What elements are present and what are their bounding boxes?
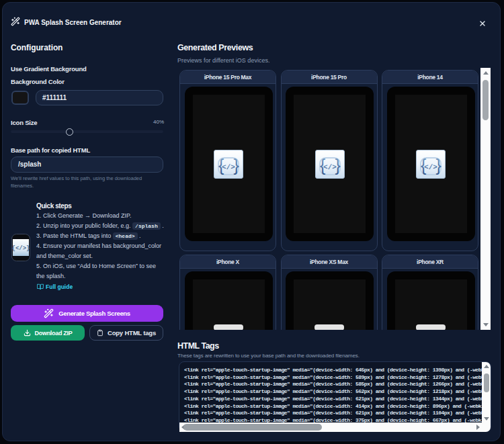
svg-text:</>: </> (222, 163, 235, 171)
svg-text:{</>}: {</>} (11, 245, 30, 252)
svg-text:</>: </> (323, 163, 337, 171)
svg-text:</>: </> (424, 163, 437, 171)
